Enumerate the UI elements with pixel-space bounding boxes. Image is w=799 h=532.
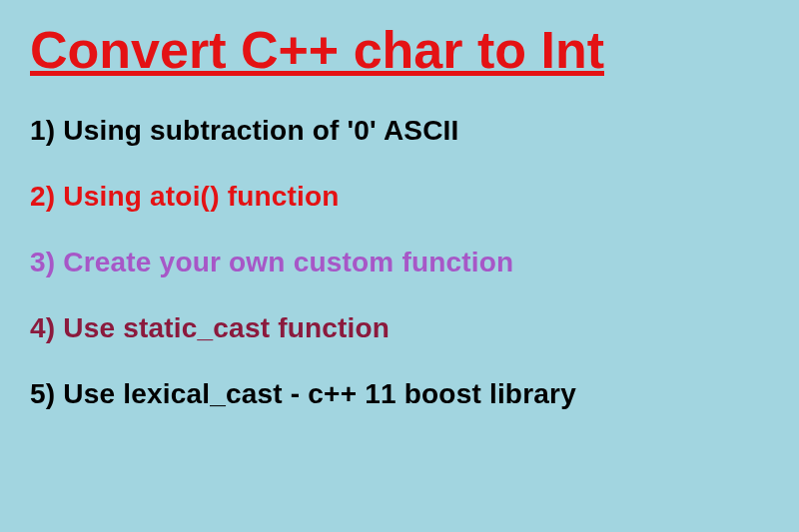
method-list: 1) Using subtraction of '0' ASCII 2) Usi… [30,115,769,410]
page-title: Convert C++ char to Int [30,20,769,80]
list-item: 4) Use static_cast function [30,312,769,344]
list-item: 3) Create your own custom function [30,247,769,278]
list-item: 1) Using subtraction of '0' ASCII [30,115,769,147]
list-item: 5) Use lexical_cast - c++ 11 boost libra… [30,378,769,410]
list-item: 2) Using atoi() function [30,181,769,213]
